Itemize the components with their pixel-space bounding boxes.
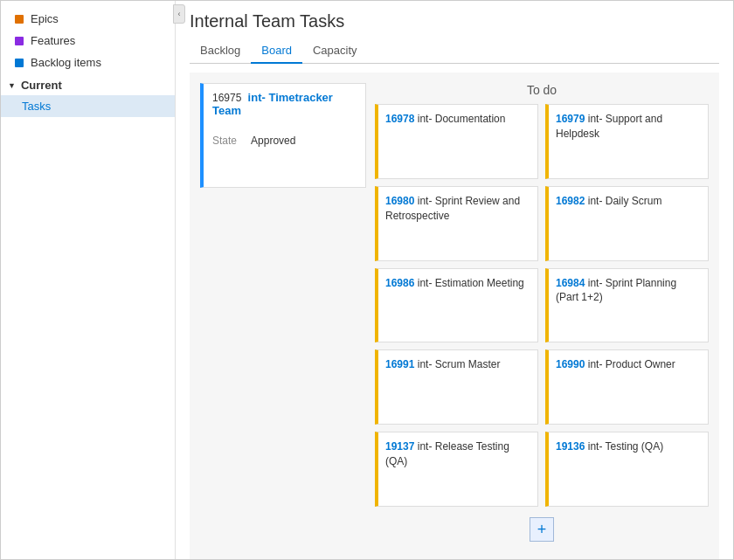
- task-card-text: 16984 int- Sprint Planning (Part 1+2): [556, 276, 701, 306]
- task-card-id: 19137: [385, 440, 414, 453]
- task-card[interactable]: 19136 int- Testing (QA): [545, 432, 709, 507]
- sprint-state-label: State: [212, 135, 237, 147]
- task-card[interactable]: 16991 int- Scrum Master: [375, 349, 538, 425]
- task-card-id: 16979: [556, 113, 585, 125]
- task-card-text: 16982 int- Daily Scrum: [556, 194, 701, 209]
- page-title: Internal Team Tasks: [190, 11, 719, 31]
- features-icon: [15, 37, 24, 45]
- task-card[interactable]: 16986 int- Estimation Meeting: [375, 268, 538, 343]
- sidebar-subitem-label: Tasks: [22, 100, 51, 113]
- sidebar-item-label: Epics: [31, 12, 59, 25]
- sprint-state-value: Approved: [251, 135, 295, 147]
- tab-backlog[interactable]: Backlog: [190, 38, 251, 64]
- add-button-row: +: [375, 510, 709, 549]
- task-card-id: 19136: [556, 440, 585, 453]
- todo-header: To do: [375, 83, 709, 97]
- sidebar-collapse-button[interactable]: ‹: [173, 4, 185, 24]
- sidebar: ‹ Epics Features Backlog items ▼ Current…: [1, 1, 176, 559]
- sidebar-item-label: Features: [31, 34, 75, 47]
- tab-board[interactable]: Board: [251, 38, 302, 64]
- task-card-id: 16980: [385, 195, 414, 207]
- epics-icon: [15, 15, 24, 24]
- main-content: Internal Team Tasks Backlog Board Capaci…: [176, 1, 733, 559]
- sprint-card-id: 16975: [212, 92, 241, 104]
- sidebar-section-label: Current: [21, 79, 62, 92]
- task-card[interactable]: 19137 int- Release Testing (QA): [375, 432, 538, 507]
- task-card-text: 16990 int- Product Owner: [556, 357, 701, 372]
- sprint-card-state: State Approved: [212, 135, 357, 147]
- task-card-text: 19136 int- Testing (QA): [556, 439, 701, 454]
- sprint-column: 16975 int- Timetracker Team State Approv…: [200, 83, 366, 549]
- sidebar-subitem-tasks[interactable]: Tasks: [1, 95, 175, 117]
- task-card-text: 16980 int- Sprint Review and Retrospecti…: [385, 194, 530, 224]
- task-card[interactable]: 16978 int- Documentation: [375, 104, 538, 179]
- task-card-text: 19137 int- Release Testing (QA): [385, 439, 530, 469]
- sidebar-item-features[interactable]: Features: [1, 30, 175, 52]
- sprint-card-title: 16975 int- Timetracker Team: [212, 91, 357, 117]
- sprint-card[interactable]: 16975 int- Timetracker Team State Approv…: [200, 83, 366, 188]
- task-card-id: 16984: [556, 277, 585, 289]
- sidebar-section-current[interactable]: ▼ Current: [1, 73, 175, 95]
- board-area: 16975 int- Timetracker Team State Approv…: [190, 73, 719, 559]
- sidebar-item-epics[interactable]: Epics: [1, 8, 175, 30]
- triangle-icon: ▼: [8, 81, 16, 90]
- task-card-id: 16986: [385, 277, 414, 289]
- task-card-id: 16990: [556, 358, 585, 370]
- backlog-items-icon: [15, 59, 24, 67]
- task-card[interactable]: 16984 int- Sprint Planning (Part 1+2): [545, 268, 709, 343]
- task-card-text: 16978 int- Documentation: [385, 112, 530, 127]
- task-card[interactable]: 16990 int- Product Owner: [545, 349, 709, 425]
- task-card-text: 16986 int- Estimation Meeting: [385, 276, 530, 291]
- task-card-id: 16982: [556, 195, 585, 207]
- task-card-id: 16991: [385, 358, 414, 370]
- task-card-id: 16978: [385, 113, 414, 125]
- add-task-button[interactable]: +: [530, 517, 554, 542]
- task-card-text: 16991 int- Scrum Master: [385, 357, 530, 372]
- task-card[interactable]: 16979 int- Support and Helpdesk: [545, 104, 709, 179]
- sidebar-item-label: Backlog items: [31, 56, 101, 69]
- tab-capacity[interactable]: Capacity: [302, 38, 368, 64]
- task-card-text: 16979 int- Support and Helpdesk: [556, 112, 701, 142]
- sidebar-item-backlog-items[interactable]: Backlog items: [1, 52, 175, 73]
- task-card[interactable]: 16980 int- Sprint Review and Retrospecti…: [375, 186, 538, 261]
- todo-grid: 16978 int- Documentation16979 int- Suppo…: [375, 104, 709, 507]
- todo-column: To do 16978 int- Documentation16979 int-…: [375, 83, 709, 549]
- tab-bar: Backlog Board Capacity: [190, 38, 719, 64]
- task-card[interactable]: 16982 int- Daily Scrum: [545, 186, 709, 261]
